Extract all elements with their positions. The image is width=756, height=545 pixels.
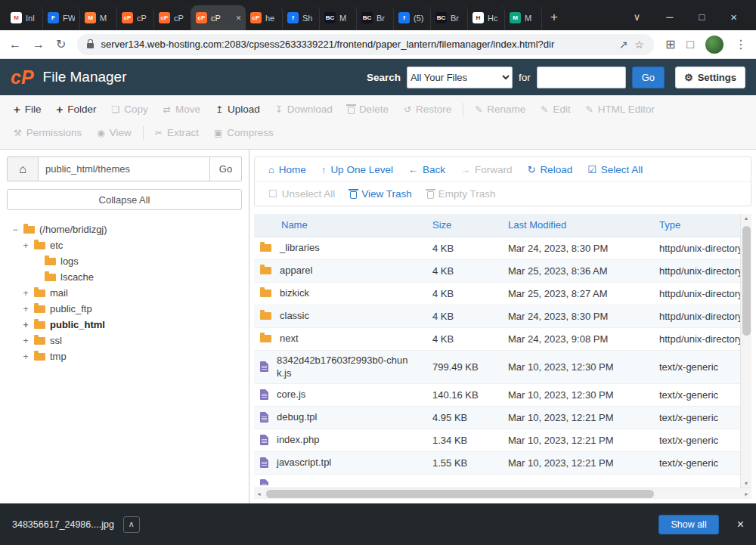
- tree-toggle[interactable]: +: [22, 320, 29, 330]
- tree-item-tmp[interactable]: +tmp: [7, 348, 242, 364]
- fm-nav-forward[interactable]: →Forward: [453, 164, 520, 175]
- toolbar-item-compress[interactable]: ▣Compress: [206, 127, 281, 138]
- toolbar-item-upload[interactable]: ↥Upload: [208, 104, 268, 115]
- tree-toggle[interactable]: +: [22, 304, 29, 314]
- tab-search-chevron-icon[interactable]: ∨: [621, 8, 654, 26]
- tree-toggle[interactable]: +: [22, 336, 29, 346]
- settings-button[interactable]: ⚙ Settings: [675, 67, 745, 88]
- search-input[interactable]: [537, 67, 626, 88]
- close-window-button[interactable]: ×: [717, 8, 750, 26]
- toolbar-item-copy[interactable]: ❏Copy: [104, 104, 156, 115]
- side-panel-icon[interactable]: □: [686, 39, 694, 51]
- download-filename[interactable]: 348356617_24986....jpg: [12, 519, 114, 530]
- browser-menu-icon[interactable]: ⋮: [735, 39, 747, 51]
- column-header-last-modified[interactable]: Last Modified: [502, 214, 653, 237]
- toolbar-item-view[interactable]: ◉View: [89, 127, 139, 138]
- fm-nav-empty-trash[interactable]: Empty Trash: [420, 188, 503, 200]
- path-go-button[interactable]: Go: [210, 156, 242, 181]
- browser-tab-cp[interactable]: cPcP: [154, 5, 191, 30]
- scroll-down-icon[interactable]: ▼: [744, 481, 749, 486]
- toolbar-item-folder[interactable]: +Folder: [49, 104, 104, 115]
- browser-tab-br[interactable]: BCBr: [431, 5, 468, 30]
- browser-tab-br[interactable]: BCBr: [357, 5, 394, 30]
- fm-nav-unselect-all[interactable]: ☐Unselect All: [261, 188, 342, 200]
- cpanel-logo[interactable]: cP: [11, 68, 34, 87]
- browser-tab-he[interactable]: cPhe: [246, 5, 283, 30]
- horizontal-scrollbar[interactable]: ◄ ►: [254, 488, 751, 499]
- tree-item-logs[interactable]: logs: [7, 253, 242, 269]
- browser-forward-icon[interactable]: →: [33, 39, 45, 51]
- file-row-bizkick[interactable]: bizkick4 KBMar 25, 2023, 8:27 AMhttpd/un…: [254, 282, 740, 305]
- browser-tab-5[interactable]: f(5): [394, 5, 431, 30]
- toolbar-item-delete[interactable]: Delete: [340, 104, 396, 115]
- shelf-close-icon[interactable]: ×: [737, 518, 744, 531]
- minimize-button[interactable]: ─: [653, 8, 686, 26]
- file-row-core-js[interactable]: core.js140.16 KBMar 10, 2023, 12:30 PMte…: [254, 383, 740, 406]
- fm-nav-back[interactable]: ←Back: [401, 164, 453, 175]
- browser-tab-cp[interactable]: cPcP×: [191, 5, 246, 30]
- collapse-all-button[interactable]: Collapse All: [7, 189, 242, 210]
- file-row-index-php[interactable]: index.php1.34 KBMar 10, 2023, 12:21 PMte…: [254, 429, 740, 451]
- new-tab-button[interactable]: +: [542, 10, 566, 25]
- download-caret-button[interactable]: ∧: [123, 516, 140, 533]
- toolbar-item-file[interactable]: +File: [6, 104, 49, 115]
- tree-item-public-ftp[interactable]: +public_ftp: [7, 301, 242, 317]
- file-row-apparel[interactable]: apparel4 KBMar 25, 2023, 8:36 AMhttpd/un…: [254, 259, 740, 282]
- vertical-scrollbar[interactable]: ▲ ▼: [740, 214, 751, 488]
- column-header-size[interactable]: Size: [426, 214, 502, 237]
- toolbar-item-edit[interactable]: ✎Edit: [533, 104, 578, 115]
- tree-item-lscache[interactable]: lscache: [7, 269, 242, 285]
- tree-toggle[interactable]: +: [22, 240, 29, 251]
- browser-tab-hc[interactable]: HHc: [468, 5, 505, 30]
- toolbar-item-move[interactable]: ⇄Move: [156, 104, 208, 115]
- show-all-button[interactable]: Show all: [658, 515, 718, 534]
- scroll-right-icon[interactable]: ►: [744, 491, 749, 497]
- download-item[interactable]: 348356617_24986....jpg ∧: [12, 516, 140, 533]
- fm-nav-up-one-level[interactable]: ↑Up One Level: [314, 164, 401, 175]
- scroll-left-icon[interactable]: ◄: [256, 491, 262, 497]
- browser-tab-m[interactable]: MM: [505, 5, 542, 30]
- browser-tab-m[interactable]: MM: [80, 5, 117, 30]
- url-text[interactable]: server134.web-hosting.com:2083/cpsess263…: [101, 39, 612, 50]
- tree-toggle[interactable]: +: [22, 351, 29, 362]
- toolbar-item-download[interactable]: ↧Download: [268, 104, 340, 115]
- file-row-javascript-tpl[interactable]: javascript.tpl1.55 KBMar 10, 2023, 12:21…: [254, 451, 740, 474]
- profile-avatar[interactable]: [705, 36, 723, 54]
- browser-tab-sh[interactable]: fSh: [283, 5, 320, 30]
- file-row-libraries[interactable]: _libraries4 KBMar 24, 2023, 8:30 PMhttpd…: [254, 237, 740, 259]
- browser-tab-fw[interactable]: FFW: [43, 5, 80, 30]
- browser-tab-inl[interactable]: MInl: [6, 5, 43, 30]
- bookmark-star-icon[interactable]: ☆: [634, 39, 644, 51]
- toolbar-item-html-editor[interactable]: ✎HTML Editor: [578, 104, 662, 115]
- file-row-classic[interactable]: classic4 KBMar 24, 2023, 8:30 PMhttpd/un…: [254, 305, 740, 327]
- browser-tab-cp[interactable]: cPcP: [117, 5, 154, 30]
- vertical-scroll-thumb[interactable]: [742, 226, 751, 336]
- omnibox[interactable]: server134.web-hosting.com:2083/cpsess263…: [77, 34, 654, 55]
- tree-item-mail[interactable]: +mail: [7, 285, 242, 301]
- tree-item-public-html[interactable]: +public_html: [7, 317, 242, 333]
- tree-toggle[interactable]: +: [22, 288, 29, 299]
- file-row-next[interactable]: next4 KBMar 24, 2023, 9:08 PMhttpd/unix-…: [254, 327, 740, 350]
- search-scope-select[interactable]: All Your Files: [407, 67, 513, 88]
- fm-nav-reload[interactable]: ↻Reload: [519, 164, 580, 175]
- toolbar-item-permissions[interactable]: ⚒Permissions: [6, 127, 89, 138]
- extensions-icon[interactable]: ⊞: [665, 39, 675, 51]
- tree-item-ssl[interactable]: +ssl: [7, 333, 242, 348]
- tab-close-icon[interactable]: ×: [236, 13, 241, 23]
- share-icon[interactable]: ↗: [619, 39, 628, 51]
- tree-toggle[interactable]: −: [11, 225, 19, 235]
- browser-tab-m[interactable]: BCM: [320, 5, 357, 30]
- toolbar-item-restore[interactable]: ↺Restore: [396, 104, 459, 115]
- toolbar-item-rename[interactable]: ✎Rename: [467, 104, 533, 115]
- horizontal-scroll-thumb[interactable]: [266, 490, 654, 498]
- fm-nav-view-trash[interactable]: View Trash: [342, 188, 420, 200]
- fm-nav-home[interactable]: ⌂Home: [261, 164, 314, 175]
- toolbar-item-extract[interactable]: ✂Extract: [147, 127, 206, 138]
- file-row-debug-tpl[interactable]: debug.tpl4.95 KBMar 10, 2023, 12:21 PMte…: [254, 406, 740, 429]
- column-header-name[interactable]: Name: [254, 214, 426, 237]
- search-go-button[interactable]: Go: [632, 67, 665, 88]
- maximize-button[interactable]: □: [686, 8, 717, 26]
- column-header-type[interactable]: Type: [653, 214, 740, 237]
- tree-item-etc[interactable]: +etc: [7, 237, 242, 253]
- file-row-8342d42b17603f2993b0-chunk-js[interactable]: 8342d42b17603f2993b0-chunk.js799.49 KBMa…: [254, 350, 740, 383]
